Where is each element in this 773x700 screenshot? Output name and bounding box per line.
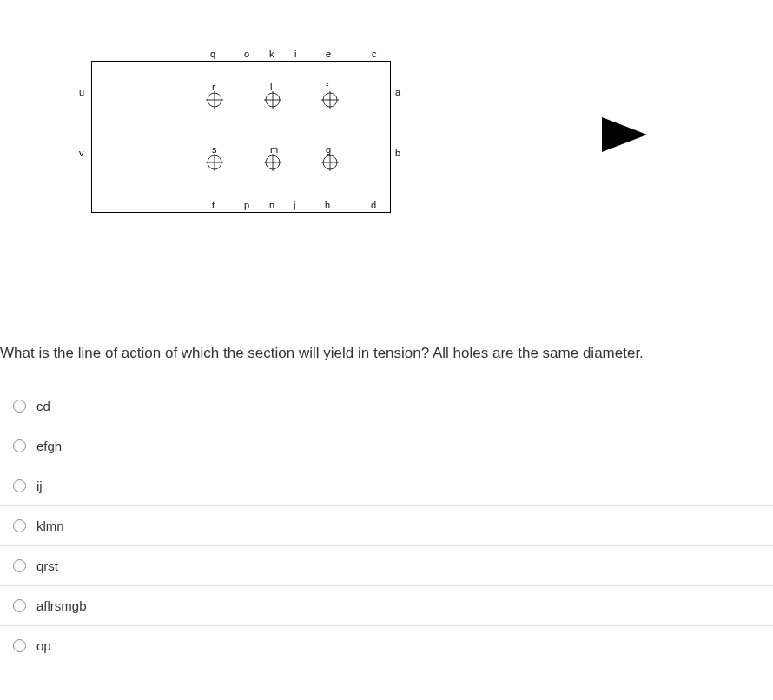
force-arrow-head (602, 117, 647, 152)
radio-icon[interactable] (13, 559, 26, 572)
radio-icon[interactable] (13, 599, 26, 612)
option-row[interactable]: efgh (0, 426, 773, 466)
option-row[interactable]: cd (0, 386, 773, 426)
hole-icon (321, 91, 339, 109)
hole-icon (206, 91, 223, 109)
bottom-label-h: h (325, 200, 330, 210)
option-label: efgh (36, 439, 62, 453)
top-label-i: i (294, 49, 296, 59)
option-label: cd (36, 399, 50, 413)
radio-icon[interactable] (13, 639, 26, 652)
bottom-label-j: j (294, 200, 295, 210)
plate-rectangle (91, 61, 391, 213)
radio-icon[interactable] (13, 519, 26, 532)
bottom-label-d: d (371, 200, 376, 210)
option-row[interactable]: klmn (0, 506, 773, 546)
top-label-q: q (210, 49, 215, 59)
radio-icon[interactable] (13, 479, 26, 492)
option-label: klmn (36, 518, 64, 533)
bottom-label-n: n (269, 200, 274, 210)
option-row[interactable]: ij (0, 466, 773, 506)
top-label-e: e (326, 49, 331, 59)
option-row[interactable]: aflrsmgb (0, 586, 773, 626)
hole-icon (206, 154, 223, 171)
bottom-label-t: t (212, 200, 215, 210)
top-label-k: k (269, 49, 274, 59)
diagram-area: qokiectpnjhduvabrlfsmg (0, 0, 773, 226)
option-label: qrst (36, 558, 58, 573)
radio-icon[interactable] (13, 400, 26, 413)
question-text: What is the line of action of which the … (0, 343, 773, 364)
hole-icon (264, 91, 281, 109)
left-label-v: v (79, 148, 84, 158)
option-label: ij (36, 479, 43, 493)
option-row[interactable]: op (0, 626, 773, 665)
hole-icon (264, 154, 281, 171)
option-row[interactable]: qrst (0, 546, 773, 586)
right-label-b: b (395, 148, 400, 158)
hole-icon (321, 154, 339, 171)
option-label: aflrsmgb (36, 598, 87, 613)
top-label-c: c (372, 49, 377, 59)
bottom-label-p: p (244, 200, 249, 210)
option-label: op (36, 638, 51, 653)
right-label-a: a (395, 87, 400, 97)
options-list: cdefghijklmnqrstaflrsmgbop (0, 386, 773, 665)
force-arrow-line (452, 135, 608, 135)
radio-icon[interactable] (13, 439, 26, 452)
top-label-o: o (244, 49, 249, 59)
left-label-u: u (79, 87, 84, 97)
